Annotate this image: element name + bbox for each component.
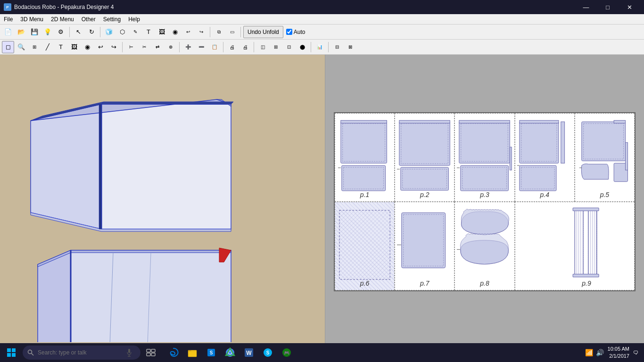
- taskbar-edge[interactable]: [165, 344, 182, 361]
- 3d-btn4[interactable]: T: [142, 26, 155, 38]
- taskbar-game[interactable]: 🎮: [278, 344, 295, 361]
- svg-rect-39: [561, 122, 564, 163]
- 3d-btn1[interactable]: 🧊: [103, 26, 115, 38]
- menu-help[interactable]: Help: [124, 14, 144, 25]
- svg-rect-65: [12, 348, 16, 352]
- t2-text[interactable]: T: [55, 41, 67, 53]
- svg-rect-25: [399, 120, 450, 123]
- svg-marker-9: [71, 250, 231, 342]
- undo-unfold-button[interactable]: Undo Unfold: [243, 26, 283, 38]
- menubar: File 3D Menu 2D Menu Other Setting Help: [0, 14, 644, 25]
- save-button[interactable]: 💾: [28, 26, 41, 38]
- open-button[interactable]: 📂: [15, 26, 27, 38]
- taskbar-skype[interactable]: S: [259, 344, 276, 361]
- 3d-btn3[interactable]: ✎: [129, 26, 141, 38]
- svg-rect-38: [519, 120, 558, 123]
- t2-join[interactable]: ⊕: [165, 41, 177, 53]
- t2-order[interactable]: 📋: [208, 41, 221, 53]
- page-cell-8[interactable]: p.8: [454, 202, 514, 290]
- menu-setting[interactable]: Setting: [99, 14, 124, 25]
- 3d-model-svg: [0, 55, 325, 342]
- page-cell-3[interactable]: p.3: [454, 113, 514, 202]
- svg-point-82: [229, 351, 231, 354]
- single-view[interactable]: ▭: [226, 26, 238, 38]
- maximize-button[interactable]: □: [597, 0, 619, 14]
- page-cell-2[interactable]: p.2: [395, 113, 454, 202]
- t2-add-page[interactable]: ➕: [182, 41, 194, 53]
- 3d-btn6[interactable]: ◉: [169, 26, 181, 38]
- menu-2d[interactable]: 2D Menu: [47, 14, 78, 25]
- page-cell-7[interactable]: p.7: [395, 202, 454, 290]
- start-button[interactable]: [2, 343, 21, 362]
- page-cell-9[interactable]: p.9: [515, 202, 635, 290]
- menu-other[interactable]: Other: [78, 14, 99, 25]
- t2-align1[interactable]: ⊟: [331, 41, 343, 53]
- t2-scale1[interactable]: ◫: [256, 41, 269, 53]
- close-button[interactable]: ✕: [619, 0, 640, 14]
- auto-label-text: Auto: [294, 29, 305, 35]
- t2-scale2[interactable]: ⊞: [270, 41, 282, 53]
- t2-chart[interactable]: 📊: [314, 41, 326, 53]
- volume-icon[interactable]: 🔊: [596, 349, 604, 356]
- t2-scale3[interactable]: ⊡: [283, 41, 295, 53]
- taskbar-search-bar[interactable]: [23, 346, 140, 360]
- select-button[interactable]: ↖: [72, 26, 84, 38]
- 3d-btn7[interactable]: ↩: [182, 26, 194, 38]
- taskbar-explorer[interactable]: [184, 344, 201, 361]
- t2-select[interactable]: ◻: [2, 41, 14, 53]
- word-icon: W: [244, 347, 254, 358]
- settings-button[interactable]: ⚙: [55, 26, 67, 38]
- t2-print-prev[interactable]: 🖨: [226, 41, 238, 53]
- t2-del-page[interactable]: ➖: [195, 41, 207, 53]
- toolbar2: ◻ 🔍 ⊞ ╱ T 🖼 ◉ ↩ ↪ ⊢ ✂ ⇄ ⊕ ➕ ➖ 📋 🖨 🖨 ◫ ⊞ …: [0, 40, 644, 55]
- menu-file[interactable]: File: [0, 14, 17, 25]
- page3-shapes: [457, 115, 512, 199]
- taskbar-clock[interactable]: 10:05 AM 2/1/2017: [608, 346, 629, 360]
- 3d-btn8[interactable]: ↪: [195, 26, 207, 38]
- t2-zoom[interactable]: 🔍: [15, 41, 27, 53]
- split-view[interactable]: ⧉: [213, 26, 225, 38]
- taskbar-word[interactable]: W: [240, 344, 257, 361]
- t2-line[interactable]: ╱: [41, 41, 54, 53]
- t2-redo[interactable]: ↪: [107, 41, 120, 53]
- svg-rect-36: [510, 147, 512, 170]
- 3d-view[interactable]: [0, 55, 325, 349]
- page-cell-1[interactable]: p.1: [335, 113, 395, 202]
- auto-checkbox[interactable]: [286, 29, 292, 35]
- taskbar-search-input[interactable]: [38, 349, 123, 356]
- t2-unfold[interactable]: ⊢: [125, 41, 137, 53]
- page7-shapes: [397, 204, 452, 288]
- t2-undo[interactable]: ↩: [94, 41, 107, 53]
- new-button[interactable]: 📄: [2, 26, 14, 38]
- light-button[interactable]: 💡: [41, 26, 54, 38]
- t2-print[interactable]: 🖨: [239, 41, 251, 53]
- t2-sep3: [223, 42, 223, 52]
- minimize-button[interactable]: —: [575, 0, 597, 14]
- t2-align2[interactable]: ⊠: [344, 41, 356, 53]
- 2d-view[interactable]: p.1 p.2: [325, 55, 644, 349]
- taskbar-right: 📶 🔊 10:05 AM 2/1/2017 🗨: [585, 346, 642, 360]
- t2-sep6: [328, 42, 329, 52]
- t2-cut[interactable]: ✂: [138, 41, 150, 53]
- taskbar-store[interactable]: S: [203, 344, 220, 361]
- menu-3d[interactable]: 3D Menu: [17, 14, 47, 25]
- task-view-button[interactable]: [142, 344, 159, 361]
- page-cell-6[interactable]: p.6: [335, 202, 395, 290]
- edge-icon: [168, 347, 179, 358]
- 3d-btn2[interactable]: ⬡: [116, 26, 128, 38]
- t2-3d[interactable]: ◉: [81, 41, 93, 53]
- taskbar-chrome[interactable]: [222, 344, 239, 361]
- page-cell-4[interactable]: p.4: [515, 113, 575, 202]
- page-cell-5[interactable]: p.5: [575, 113, 635, 202]
- main-content: p.1 p.2: [0, 55, 644, 349]
- taskbar: S W S 🎮: [0, 343, 644, 362]
- network-icon[interactable]: 📶: [585, 349, 593, 356]
- 3d-btn5[interactable]: 🖼: [156, 26, 168, 38]
- t2-sep5: [311, 42, 311, 52]
- t2-image[interactable]: 🖼: [68, 41, 80, 53]
- t2-scale4[interactable]: ⬤: [296, 41, 308, 53]
- t2-flip[interactable]: ⇄: [151, 41, 164, 53]
- notification-icon[interactable]: 🗨: [633, 350, 638, 355]
- rotate-button[interactable]: ↻: [85, 26, 98, 38]
- t2-grid[interactable]: ⊞: [28, 41, 41, 53]
